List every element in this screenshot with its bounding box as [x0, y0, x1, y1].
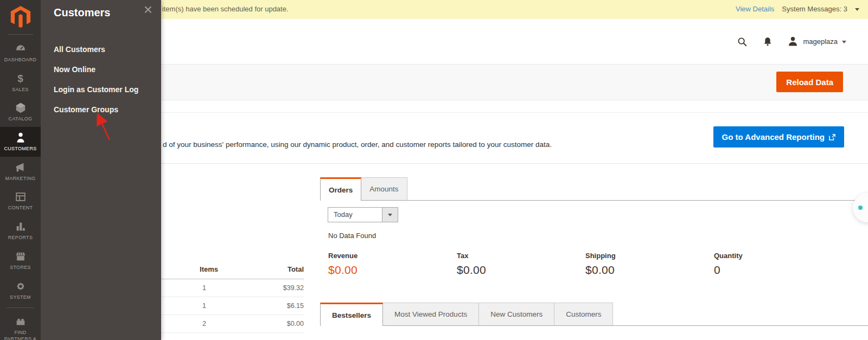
table-row[interactable]: 1 $39.32	[145, 279, 304, 297]
sales-dollar-icon: $	[1, 73, 40, 85]
sidebar-divider	[8, 34, 33, 35]
period-select[interactable]: Today	[328, 207, 398, 222]
stat-label: Shipping	[585, 252, 714, 260]
dashboard-icon	[1, 43, 40, 55]
sidebar-item-dashboard[interactable]: DASHBOARD	[0, 38, 41, 68]
stat-value: $0.00	[457, 264, 585, 277]
advanced-reporting-description: d of your business' performance, using o…	[163, 140, 552, 149]
sidebar-item-customers[interactable]: CUSTOMERS	[0, 127, 41, 157]
stat-value: 0	[714, 264, 843, 277]
stat-revenue: Revenue $0.00	[328, 252, 457, 277]
sidebar-divider	[7, 307, 34, 308]
sidebar-item-system[interactable]: SYSTEM	[0, 275, 41, 305]
no-data-message: No Data Found	[328, 232, 376, 240]
reports-chart-icon	[1, 221, 40, 233]
stat-value: $0.00	[328, 264, 457, 277]
stat-value: $0.00	[585, 264, 714, 277]
select-caret-icon[interactable]	[382, 208, 398, 222]
content-layout-icon	[1, 191, 40, 203]
search-icon[interactable]	[736, 36, 748, 48]
account-caret-icon	[842, 41, 846, 43]
dashboard-bottom-tabs: Bestsellers Most Viewed Products New Cus…	[320, 303, 868, 326]
flyout-item-login-as-customer-log[interactable]: Login as Customer Log	[54, 85, 156, 105]
orders-amounts-tabs: Orders Amounts	[320, 177, 868, 201]
close-icon[interactable]: ×	[144, 2, 152, 17]
system-messages-count: System Messages: 3	[782, 5, 847, 13]
sidebar-item-label: DASHBOARD	[1, 57, 40, 63]
stat-label: Quantity	[714, 252, 843, 260]
external-link-icon	[829, 134, 835, 140]
system-gear-icon	[1, 280, 40, 292]
flyout-item-customer-groups[interactable]: Customer Groups	[54, 105, 156, 125]
advanced-reporting-button-label: Go to Advanced Reporting	[722, 132, 825, 142]
sidebar-item-label: CATALOG	[1, 116, 40, 123]
marketing-megaphone-icon	[1, 162, 40, 174]
table-row[interactable]: 2 $0.00	[145, 315, 304, 333]
sidebar-item-label: CUSTOMERS	[1, 146, 40, 152]
stat-shipping: Shipping $0.00	[585, 252, 714, 277]
sidebar-item-stores[interactable]: STORES	[0, 246, 41, 275]
table-row[interactable]: 1 $6.15	[145, 297, 304, 315]
sidebar-item-label: FIND PARTNERS & EXTENSIONS	[1, 330, 40, 340]
sidebar-item-marketing[interactable]: MARKETING	[0, 157, 41, 187]
tab-new-customers[interactable]: New Customers	[478, 303, 554, 325]
view-details-link[interactable]: View Details	[736, 5, 774, 13]
flyout-item-now-online[interactable]: Now Online	[54, 65, 156, 85]
notifications-bell-icon[interactable]	[762, 36, 773, 48]
flyout-item-all-customers[interactable]: All Customers	[54, 45, 156, 65]
column-header-total: Total	[218, 265, 304, 273]
magento-admin-dashboard: 1 item(s) have been scheduled for update…	[0, 0, 868, 340]
table-header-row: Items Total	[145, 265, 304, 279]
stores-storefront-icon	[1, 251, 40, 262]
extensions-brick-icon	[1, 316, 40, 328]
sidebar-item-label: SALES	[1, 87, 40, 93]
sidebar-item-label: CONTENT	[1, 205, 40, 211]
go-to-advanced-reporting-button[interactable]: Go to Advanced Reporting	[713, 126, 844, 147]
user-avatar-icon	[787, 36, 799, 47]
tab-orders[interactable]: Orders	[320, 177, 361, 201]
period-select-value: Today	[328, 208, 382, 222]
sidebar-item-content[interactable]: CONTENT	[0, 186, 41, 216]
sidebar-item-label: SYSTEM	[1, 294, 40, 301]
sidebar-item-sales[interactable]: $ SALES	[0, 68, 41, 98]
sidebar-item-label: STORES	[1, 265, 40, 271]
flyout-title: Customers	[54, 7, 110, 19]
sidebar-item-reports[interactable]: REPORTS	[0, 216, 41, 246]
system-messages-caret-icon[interactable]	[855, 8, 859, 11]
stat-label: Tax	[457, 252, 585, 260]
order-stats: Revenue $0.00 Tax $0.00 Shipping $0.00 Q…	[328, 252, 843, 277]
sidebar-item-label: REPORTS	[1, 235, 40, 241]
sidebar-item-catalog[interactable]: CATALOG	[0, 97, 41, 127]
stat-quantity: Quantity 0	[714, 252, 843, 277]
tab-most-viewed-products[interactable]: Most Viewed Products	[382, 303, 479, 325]
catalog-box-icon	[1, 102, 40, 114]
admin-sidebar: DASHBOARD $ SALES CATALOG CUSTOMERS MARK…	[0, 0, 41, 340]
stat-tax: Tax $0.00	[457, 252, 585, 277]
username-label: mageplaza	[803, 37, 838, 46]
chat-status-dot	[858, 206, 863, 210]
cell-total: $6.15	[218, 302, 304, 310]
magento-logo[interactable]	[0, 0, 41, 32]
sidebar-item-label: MARKETING	[1, 176, 40, 182]
sidebar-item-find-partners[interactable]: FIND PARTNERS & EXTENSIONS	[0, 311, 41, 340]
reload-data-button[interactable]: Reload Data	[776, 72, 843, 92]
notification-message: 1 item(s) have been scheduled for update…	[156, 5, 289, 13]
customers-person-icon	[1, 132, 40, 144]
cell-total: $39.32	[218, 284, 304, 292]
tab-amounts[interactable]: Amounts	[361, 177, 407, 200]
tab-bestsellers[interactable]: Bestsellers	[320, 303, 383, 326]
customers-flyout-menu: Customers × All Customers Now Online Log…	[41, 0, 161, 340]
tab-customers[interactable]: Customers	[554, 303, 613, 325]
cell-total: $0.00	[218, 320, 304, 328]
recent-orders-table: Items Total 1 $39.32 1 $6.15 2 $0.00	[145, 265, 304, 333]
stat-label: Revenue	[328, 252, 457, 260]
account-menu[interactable]: mageplaza	[787, 36, 846, 47]
